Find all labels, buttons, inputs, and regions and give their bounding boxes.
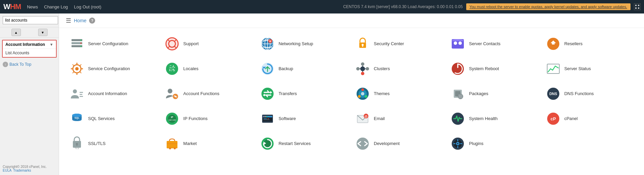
svg-point-64: [168, 89, 172, 93]
grid-item-clusters[interactable]: Clusters: [352, 56, 447, 81]
svg-text:にち: にち: [169, 68, 175, 71]
grid-item-resellers[interactable]: Resellers: [542, 31, 637, 56]
grid-item-locales[interactable]: こん にち Locales: [161, 56, 256, 81]
top-navigation-bar: WHM News Change Log Log Out (root) CENTO…: [0, 0, 644, 13]
resellers-label: Resellers: [564, 41, 583, 47]
svg-rect-2: [635, 7, 637, 9]
svg-point-29: [458, 41, 462, 45]
restart-services-icon: [260, 136, 275, 151]
server-config-icon: [69, 36, 85, 52]
grid-item-contacts[interactable]: Server Contacts: [447, 31, 542, 56]
svg-text:IP: IP: [171, 116, 173, 118]
transfers-label: Transfers: [279, 91, 297, 97]
scroll-down-arrow[interactable]: ▼: [38, 29, 48, 36]
server-config-label: Server Configuration: [88, 41, 128, 47]
grid-item-networking[interactable]: ✕ Networking Setup: [256, 31, 352, 56]
grid-item-software[interactable]: Software: [256, 106, 352, 131]
ip-functions-icon: IP 192.168: [164, 111, 180, 126]
expand-arrow-icon: ▼: [50, 42, 53, 47]
breadcrumb-home[interactable]: Home: [74, 18, 86, 23]
svg-point-81: [459, 95, 460, 96]
svg-point-82: [460, 95, 461, 96]
grid-item-account-functions[interactable]: Account Functions: [161, 81, 256, 106]
grid-item-dns-functions[interactable]: DNS DNS Functions: [542, 81, 637, 106]
grid-item-backup[interactable]: Backup: [256, 56, 352, 81]
list-accounts-item[interactable]: List Accounts: [3, 49, 56, 57]
themes-label: Themes: [374, 91, 390, 97]
dns-functions-label: DNS Functions: [564, 91, 594, 97]
svg-rect-116: [77, 144, 78, 146]
backup-icon: [260, 61, 275, 77]
svg-rect-1: [638, 5, 639, 6]
nav-news[interactable]: News: [27, 4, 38, 9]
svg-point-104: [267, 116, 268, 117]
back-to-top-circle-icon: ↑: [3, 62, 8, 67]
ssl-tls-icon: TLS: [69, 136, 85, 151]
nav-logout[interactable]: Log Out (root): [74, 4, 101, 9]
ip-functions-label: IP Functions: [183, 116, 207, 122]
grid-item-restart-services[interactable]: Restart Services: [256, 131, 352, 156]
svg-point-48: [360, 66, 365, 71]
cpanel-label: cPanel: [564, 116, 578, 122]
svg-point-85: [460, 96, 461, 97]
system-health-label: System Health: [469, 116, 498, 122]
grid-item-security[interactable]: Security Center: [352, 31, 447, 56]
svg-point-49: [356, 67, 360, 70]
grid-item-plugins[interactable]: Plugins: [447, 131, 542, 156]
clusters-icon: [355, 61, 370, 77]
grid-item-server-status[interactable]: Server Status: [542, 56, 637, 81]
expand-button[interactable]: [634, 3, 641, 10]
grid-item-cpanel[interactable]: cP cPanel: [542, 106, 637, 131]
grid-item-ssl-tls[interactable]: TLS SSL/TLS: [66, 131, 161, 156]
back-to-top-button[interactable]: ↑ Back To Top: [0, 60, 59, 69]
search-area: ✕: [0, 13, 59, 27]
grid-item-account-info[interactable]: Account Information: [66, 81, 161, 106]
grid-item-service-config[interactable]: Service Configuration: [66, 56, 161, 81]
grid-item-transfers[interactable]: Transfers: [256, 81, 352, 106]
grid-item-themes[interactable]: Themes: [352, 81, 447, 106]
reboot-label: System Reboot: [469, 66, 499, 72]
eula-link[interactable]: EULA: [3, 169, 11, 172]
scroll-up-arrow[interactable]: ▲: [11, 29, 21, 36]
grid-item-packages[interactable]: Packages: [447, 81, 542, 106]
account-info-header[interactable]: Account Information ▼: [3, 40, 56, 49]
svg-line-38: [73, 64, 74, 66]
reboot-warning[interactable]: You must reboot the server to enable quo…: [466, 3, 631, 10]
account-functions-icon: [164, 86, 180, 101]
svg-text:192.168: 192.168: [168, 119, 176, 121]
service-config-label: Service Configuration: [88, 66, 130, 72]
svg-line-39: [80, 72, 81, 73]
support-label: Support: [183, 41, 199, 47]
grid-item-development[interactable]: Development: [352, 131, 447, 156]
nav-changelog[interactable]: Change Log: [44, 4, 68, 9]
sql-services-icon: SQL: [69, 111, 85, 126]
plugins-icon: [450, 136, 466, 151]
grid-item-sql-services[interactable]: SQL SQL Services: [66, 106, 161, 131]
grid-item-market[interactable]: Market: [161, 131, 256, 156]
svg-point-67: [261, 88, 274, 100]
system-health-icon: [450, 111, 466, 126]
svg-point-33: [75, 67, 79, 70]
svg-rect-118: [167, 141, 177, 148]
grid-item-system-health[interactable]: System Health: [447, 106, 542, 131]
search-input[interactable]: [3, 16, 58, 24]
grid-item-support[interactable]: Support: [161, 31, 256, 56]
market-label: Market: [183, 141, 197, 147]
packages-icon: [450, 86, 466, 101]
hamburger-icon[interactable]: ☰: [66, 17, 71, 24]
server-status-icon: [545, 61, 561, 77]
svg-point-88: [460, 97, 461, 98]
contacts-label: Server Contacts: [469, 41, 500, 47]
grid-item-server-config[interactable]: Server Configuration: [66, 31, 161, 56]
svg-point-28: [454, 41, 457, 45]
reboot-icon: [450, 61, 466, 77]
grid-item-ip-functions[interactable]: IP 192.168 IP Functions: [161, 106, 256, 131]
grid-item-reboot[interactable]: System Reboot: [447, 56, 542, 81]
trademarks-link[interactable]: Trademarks: [13, 169, 31, 172]
icon-grid: Server Configuration Support: [59, 28, 644, 159]
grid-item-email[interactable]: @ Email: [352, 106, 447, 131]
help-icon[interactable]: ?: [89, 18, 95, 24]
svg-point-86: [461, 96, 463, 97]
ssl-tls-label: SSL/TLS: [88, 141, 106, 147]
svg-point-51: [361, 62, 364, 66]
